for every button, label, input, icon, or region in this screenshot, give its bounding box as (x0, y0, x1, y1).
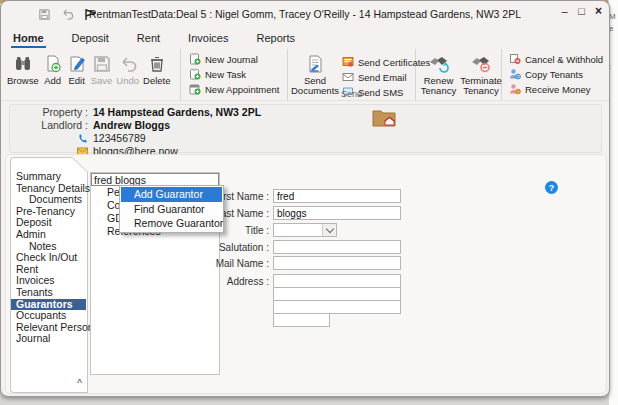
ribbon-group-new: New Journal New Task New Appointment (181, 49, 288, 100)
terminate-tenancy-label: Terminate Tenancy (460, 76, 502, 96)
first-name-field[interactable] (273, 189, 401, 203)
copy-tenants-icon (509, 68, 521, 80)
undo-quick-button[interactable] (60, 7, 75, 22)
terminate-tenancy-button[interactable]: Terminate Tenancy (461, 52, 501, 96)
context-menu: Add Guarantor Find Guarantor Remove Guar… (119, 185, 224, 233)
ribbon-group-edit: Browse Add Edit (1, 49, 181, 100)
ribbon-tabs: Home Deposit Rent Invoices Reports (11, 28, 297, 49)
certificate-icon (342, 56, 354, 68)
ribbon: Browse Add Edit (1, 49, 610, 101)
new-journal-icon (189, 53, 201, 65)
background-text-fragment: e (609, 24, 618, 33)
property-value: 14 Hampstead Gardens, NW3 2PL (93, 106, 261, 118)
renew-tenancy-button[interactable]: Renew Tenancy (420, 52, 457, 96)
address-line1-field[interactable] (273, 274, 401, 288)
maximize-button[interactable]: □ (573, 1, 590, 21)
property-label: Property : (10, 106, 88, 118)
copy-tenants-button[interactable]: Copy Tenants (509, 68, 602, 80)
landlord-label: Landlord : (10, 119, 88, 131)
undo-icon (118, 54, 138, 74)
terminate-tenancy-icon (470, 54, 492, 74)
menu-item-add-guarantor[interactable]: Add Guarantor (121, 187, 222, 202)
flag-quick-button[interactable] (83, 7, 98, 22)
ribbon-group-tenancy: Renew Tenancy Terminate Tenancy (416, 49, 502, 100)
mail-name-field[interactable] (273, 256, 401, 270)
background-text-fragment: M (609, 12, 618, 21)
menu-item-remove-guarantor[interactable]: Remove Guarantor (121, 216, 222, 231)
cancel-withhold-icon (509, 53, 521, 65)
ribbon-group-money: Cancel & Withhold Copy Tenants Receive M… (502, 49, 602, 100)
renew-tenancy-icon (428, 54, 450, 74)
envelope-icon (342, 71, 354, 83)
undo-button[interactable]: Undo (116, 52, 139, 86)
add-label: Add (44, 76, 61, 86)
new-appointment-button[interactable]: New Appointment (189, 83, 287, 95)
undo-label: Undo (116, 76, 139, 86)
edit-pencil-icon (67, 54, 87, 74)
close-button[interactable]: × (590, 1, 607, 21)
new-appointment-icon (189, 83, 201, 95)
flag-icon (84, 8, 98, 21)
ribbon-group-send: Send Documents Send Certificates Send Em… (288, 49, 416, 100)
cancel-withhold-button[interactable]: Cancel & Withhold (509, 53, 602, 65)
copy-tenants-label: Copy Tenants (525, 69, 583, 80)
new-appointment-label: New Appointment (205, 84, 279, 95)
browse-button[interactable]: Browse (7, 52, 39, 86)
floppy-disk-icon (38, 8, 51, 21)
new-journal-button[interactable]: New Journal (189, 53, 287, 65)
title-value (274, 224, 277, 235)
tab-home[interactable]: Home (11, 30, 46, 48)
window-controls: – □ × (556, 1, 607, 21)
send-documents-icon (305, 54, 325, 74)
property-folder-icon[interactable] (372, 108, 396, 128)
quick-access-toolbar (1, 7, 98, 22)
add-button[interactable]: Add (43, 52, 63, 86)
background-text-fragment: : (609, 62, 618, 71)
last-name-field[interactable] (273, 206, 401, 220)
delete-button[interactable]: Delete (143, 52, 170, 86)
edit-button[interactable]: Edit (67, 52, 87, 86)
save-quick-button[interactable] (37, 7, 52, 22)
tab-deposit[interactable]: Deposit (70, 30, 111, 48)
tab-rent[interactable]: Rent (135, 30, 162, 48)
phone-icon (78, 133, 88, 143)
help-icon[interactable]: ? (545, 181, 558, 194)
receive-money-icon (509, 83, 521, 95)
new-task-button[interactable]: New Task (189, 68, 287, 80)
property-info-panel: Property : 14 Hampstead Gardens, NW3 2PL… (9, 104, 602, 153)
receive-money-button[interactable]: Receive Money (509, 83, 602, 95)
tab-reports[interactable]: Reports (254, 30, 297, 48)
trash-icon (147, 54, 167, 74)
app-window: RentmanTestData:Deal 5 : Nigel Gomm, Tra… (0, 0, 610, 397)
new-journal-label: New Journal (205, 54, 258, 65)
edit-label: Edit (69, 76, 85, 86)
send-email-label: Send Email (358, 72, 407, 83)
new-task-label: New Task (205, 69, 246, 80)
browse-label: Browse (7, 76, 39, 86)
minimize-button[interactable]: – (556, 1, 573, 21)
title-dropdown-button[interactable] (322, 224, 336, 236)
title-bar: RentmanTestData:Deal 5 : Nigel Gomm, Tra… (1, 1, 609, 27)
new-task-icon (189, 68, 201, 80)
address-label: Address : (177, 274, 273, 287)
add-document-icon (43, 54, 63, 74)
title-dropdown[interactable] (273, 223, 337, 237)
save-button[interactable]: Save (91, 52, 113, 86)
tab-invoices[interactable]: Invoices (186, 30, 230, 48)
address-line3-field[interactable] (273, 300, 401, 314)
send-group-label: Send (288, 89, 415, 99)
main-content: Summary Tenancy Details Documents Pre-Te… (5, 154, 607, 394)
menu-item-find-guarantor[interactable]: Find Guarantor (121, 202, 222, 217)
receive-money-label: Receive Money (525, 84, 590, 95)
delete-label: Delete (143, 76, 170, 86)
cancel-withhold-label: Cancel & Withhold (525, 54, 603, 65)
undo-arrow-icon (61, 8, 74, 21)
landlord-value: Andrew Bloggs (93, 119, 170, 131)
chevron-down-icon (325, 224, 333, 232)
address-line2-field[interactable] (273, 287, 401, 301)
salutation-field[interactable] (273, 240, 401, 254)
save-label: Save (91, 76, 113, 86)
address-postcode-field[interactable] (273, 313, 330, 327)
renew-tenancy-label: Renew Tenancy (420, 76, 457, 96)
landlord-phone[interactable]: 123456789 (93, 132, 146, 144)
